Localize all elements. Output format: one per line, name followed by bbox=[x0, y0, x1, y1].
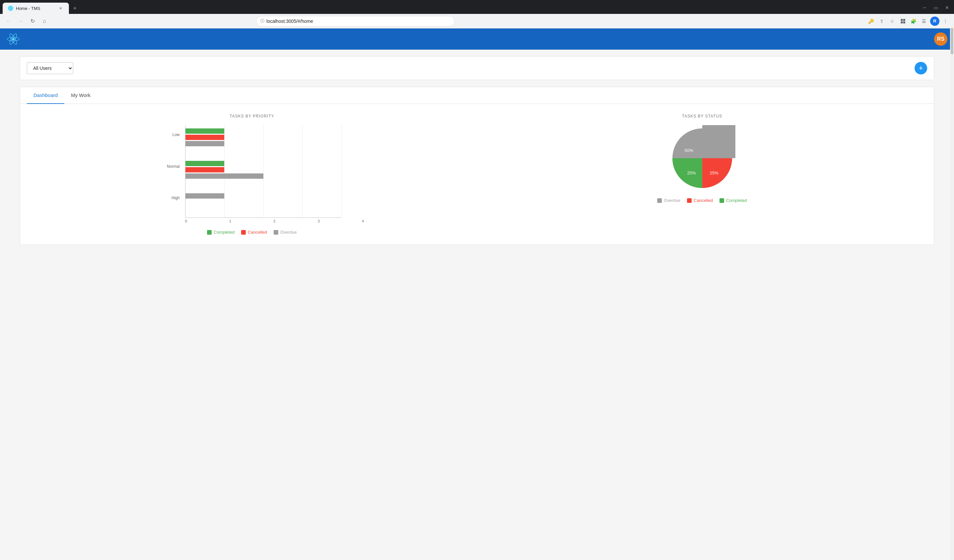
maximize-button[interactable]: ▭ bbox=[931, 3, 940, 12]
scrollbar[interactable] bbox=[950, 26, 954, 560]
active-tab[interactable]: Home - TMS × bbox=[3, 3, 69, 14]
bar-chart-title: TASKS BY PRIORITY bbox=[229, 114, 274, 118]
key-icon[interactable]: 🔑 bbox=[867, 17, 876, 26]
new-tab-button[interactable]: + bbox=[70, 4, 80, 13]
pie-legend-cancelled-dot bbox=[687, 198, 692, 203]
filter-bar: All Users + bbox=[20, 56, 934, 80]
legend-cancelled: Cancelled bbox=[241, 230, 267, 235]
forward-button[interactable]: → bbox=[16, 17, 25, 26]
pie-segment-completed-path bbox=[672, 158, 702, 188]
pie-legend-overdue: Overdue bbox=[657, 198, 680, 203]
bar-chart-section: TASKS BY PRIORITY bbox=[27, 114, 477, 235]
home-button[interactable]: ⌂ bbox=[40, 17, 49, 26]
browser-chrome: Home - TMS × + ─ ▭ ✕ ← → ↻ ⌂ ⓘ localhost… bbox=[0, 0, 954, 28]
y-label-low: Low bbox=[172, 132, 179, 137]
x-tick-3: 3 bbox=[318, 219, 320, 223]
user-select[interactable]: All Users bbox=[27, 62, 73, 74]
x-tick-4: 4 bbox=[362, 219, 364, 223]
pie-legend-completed-label: Completed bbox=[726, 198, 747, 203]
minimize-button[interactable]: ─ bbox=[920, 3, 929, 12]
svg-rect-6 bbox=[903, 19, 905, 21]
tab-mywork[interactable]: My Work bbox=[64, 87, 97, 104]
pie-legend-overdue-label: Overdue bbox=[664, 198, 680, 203]
pie-legend-cancelled-label: Cancelled bbox=[694, 198, 713, 203]
svg-rect-5 bbox=[901, 19, 903, 21]
pie-segment-cancelled-path bbox=[702, 158, 732, 188]
tab-bar: Dashboard My Work bbox=[20, 87, 934, 104]
y-label-normal: Normal bbox=[167, 164, 180, 169]
svg-point-1 bbox=[10, 8, 11, 9]
pie-chart-section: TASKS BY STATUS bbox=[477, 114, 927, 235]
bar-normal-cancelled bbox=[186, 167, 224, 173]
share-icon[interactable]: ⇧ bbox=[877, 17, 887, 26]
dashboard-panel: Dashboard My Work TASKS BY PRIORITY bbox=[20, 87, 934, 245]
bar-high-overdue bbox=[186, 193, 224, 199]
tab-dashboard[interactable]: Dashboard bbox=[27, 87, 64, 104]
browser-actions: 🔑 ⇧ ☆ 🧩 ☰ R ⋮ bbox=[867, 17, 950, 26]
pie-legend-overdue-dot bbox=[657, 198, 662, 203]
y-label-high: High bbox=[171, 196, 180, 200]
svg-rect-8 bbox=[903, 21, 905, 23]
tab-title: Home - TMS bbox=[16, 6, 40, 11]
pie-legend-completed-dot bbox=[719, 198, 724, 203]
x-tick-1: 1 bbox=[229, 219, 231, 223]
bookmark-icon[interactable]: ☆ bbox=[888, 17, 897, 26]
pie-chart: 50% 25% 25% bbox=[669, 125, 735, 191]
window-controls: ─ ▭ ✕ bbox=[920, 3, 951, 13]
x-tick-0: 0 bbox=[185, 219, 187, 223]
pie-legend-completed: Completed bbox=[719, 198, 747, 203]
address-bar: ← → ↻ ⌂ ⓘ localhost:3005/#/home 🔑 ⇧ ☆ 🧩 … bbox=[0, 14, 954, 28]
svg-point-9 bbox=[12, 38, 14, 40]
bar-low-overdue bbox=[186, 141, 224, 146]
tab-favicon bbox=[8, 6, 13, 11]
legend-cancelled-label: Cancelled bbox=[248, 230, 267, 235]
lock-icon: ⓘ bbox=[260, 18, 264, 24]
sidebar-icon[interactable]: ☰ bbox=[920, 17, 929, 26]
profile-button[interactable]: R bbox=[930, 17, 940, 26]
url-input[interactable]: ⓘ localhost:3005/#/home bbox=[256, 16, 455, 26]
legend-completed-dot bbox=[207, 230, 212, 235]
pie-chart-title: TASKS BY STATUS bbox=[682, 114, 722, 118]
close-window-button[interactable]: ✕ bbox=[943, 3, 951, 12]
app-header: RS bbox=[0, 28, 954, 50]
legend-overdue-dot bbox=[274, 230, 278, 235]
extensions-puzzle-icon[interactable]: 🧩 bbox=[909, 17, 918, 26]
legend-completed-label: Completed bbox=[214, 230, 235, 235]
back-button[interactable]: ← bbox=[4, 17, 13, 26]
bar-normal-overdue bbox=[186, 173, 263, 179]
legend-overdue: Overdue bbox=[274, 230, 297, 235]
more-menu-icon[interactable]: ⋮ bbox=[941, 17, 950, 26]
reload-button[interactable]: ↻ bbox=[28, 17, 37, 26]
pie-legend-cancelled: Cancelled bbox=[687, 198, 713, 203]
bar-normal-completed bbox=[186, 161, 224, 166]
legend-overdue-label: Overdue bbox=[280, 230, 297, 235]
tab-close-button[interactable]: × bbox=[58, 5, 64, 11]
x-tick-2: 2 bbox=[273, 219, 275, 223]
svg-rect-7 bbox=[901, 21, 903, 23]
pie-svg bbox=[669, 125, 735, 191]
user-avatar[interactable]: RS bbox=[934, 33, 947, 46]
tab-bar: Home - TMS × + ─ ▭ ✕ bbox=[0, 0, 954, 14]
extension-icon[interactable] bbox=[898, 17, 908, 26]
legend-cancelled-dot bbox=[241, 230, 246, 235]
bar-chart-legend: Completed Cancelled Overdue bbox=[207, 230, 297, 235]
add-button[interactable]: + bbox=[915, 62, 927, 75]
app-logo bbox=[7, 33, 20, 46]
pie-chart-legend: Overdue Cancelled Completed bbox=[657, 198, 747, 203]
bar-low-completed bbox=[186, 128, 224, 134]
app-content: All Users + Dashboard My Work TASKS BY P… bbox=[0, 50, 954, 560]
scrollbar-thumb[interactable] bbox=[951, 28, 953, 54]
charts-container: TASKS BY PRIORITY bbox=[20, 104, 934, 244]
bar-low-cancelled bbox=[186, 135, 224, 140]
legend-completed: Completed bbox=[207, 230, 235, 235]
pie-segment-overdue-path bbox=[702, 125, 735, 158]
url-text: localhost:3005/#/home bbox=[267, 19, 313, 24]
